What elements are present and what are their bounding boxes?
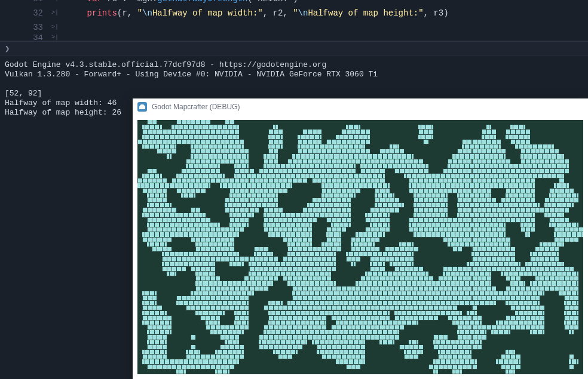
game-window[interactable]: Godot Mapcrafter (DEBUG) <box>133 98 588 379</box>
game-viewport <box>133 115 588 379</box>
code-content[interactable]: var r3 := mgn.getHalfwayOfLength( HEIGHT… <box>62 0 588 6</box>
output-line: Vulkan 1.3.280 - Forward+ - Using Device… <box>5 70 583 79</box>
code-content[interactable] <box>62 20 588 35</box>
window-title: Godot Mapcrafter (DEBUG) <box>152 103 240 111</box>
panel-separator[interactable]: ❯ <box>0 41 588 56</box>
output-line: [52, 92] <box>5 89 583 98</box>
line-number: 33 <box>0 20 48 35</box>
code-line[interactable]: 33>| <box>0 20 588 35</box>
map-grid <box>137 120 583 374</box>
godot-icon <box>137 102 147 112</box>
fold-marker-icon[interactable]: >| <box>48 6 62 20</box>
window-titlebar[interactable]: Godot Mapcrafter (DEBUG) <box>133 98 588 115</box>
code-content[interactable] <box>62 35 588 41</box>
map-canvas <box>137 120 583 374</box>
output-line <box>5 79 583 89</box>
output-line: Godot Engine v4.3.stable.official.77dcf9… <box>5 60 583 70</box>
code-content[interactable]: prints(r, "\nHalfway of map width:", r2,… <box>62 6 588 20</box>
fold-marker-icon[interactable]: >| <box>48 20 62 35</box>
code-line[interactable]: 34>| <box>0 35 588 41</box>
fold-marker-icon[interactable]: >| <box>48 35 62 41</box>
line-number: 31 <box>0 0 48 6</box>
code-line[interactable]: 31>| var r3 := mgn.getHalfwayOfLength( H… <box>0 0 588 6</box>
line-number: 34 <box>0 35 48 41</box>
code-line[interactable]: 32>| prints(r, "\nHalfway of map width:"… <box>0 6 588 20</box>
chevron-right-icon: ❯ <box>5 44 10 54</box>
line-number: 32 <box>0 6 48 20</box>
code-editor[interactable]: 31>| var r3 := mgn.getHalfwayOfLength( H… <box>0 0 588 41</box>
fold-marker-icon[interactable]: >| <box>48 0 62 6</box>
